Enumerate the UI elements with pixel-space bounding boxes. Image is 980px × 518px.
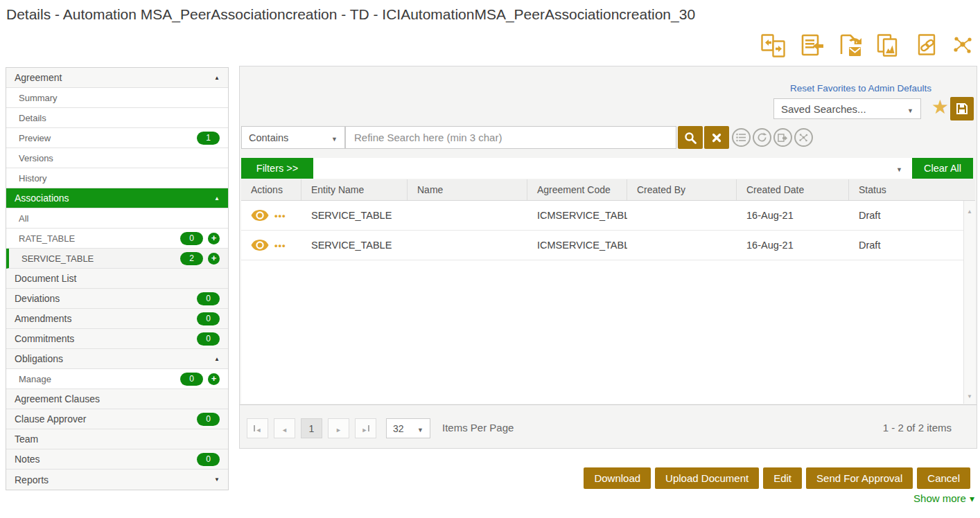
column-header-actions[interactable]: Actions (241, 179, 301, 200)
view-eye-icon[interactable] (251, 210, 269, 221)
count-badge: 1 (197, 132, 220, 145)
table-row[interactable]: SERVICE_TABLE ICMSERVICE_TABLE_... 16-Au… (241, 231, 975, 260)
page-title: Details - Automation MSA_PeerAssociation… (6, 6, 695, 23)
refine-search-input[interactable] (345, 126, 676, 149)
sidebar-item-notes[interactable]: Notes 0 (6, 449, 228, 470)
current-page-button[interactable]: 1 (301, 418, 322, 438)
more-actions-icon[interactable] (274, 240, 286, 251)
column-header-status[interactable]: Status (849, 179, 975, 200)
refresh-icon[interactable] (753, 128, 771, 147)
collapse-arrow-icon[interactable]: ▲ (214, 75, 220, 81)
sidebar-item-document-list[interactable]: Document List (6, 269, 228, 289)
search-button[interactable] (678, 126, 703, 149)
collapse-arrow-icon[interactable]: ▲ (214, 195, 220, 202)
list-view-icon[interactable] (732, 128, 751, 147)
sidebar-item-agreement[interactable]: Agreement ▲ (6, 68, 228, 88)
linked-documents-icon[interactable] (913, 33, 939, 58)
cancel-button[interactable]: Cancel (917, 467, 970, 489)
view-eye-icon[interactable] (251, 240, 269, 251)
sidebar-item-all[interactable]: All (6, 208, 228, 229)
sidebar-item-summary[interactable]: Summary (6, 88, 228, 108)
save-search-button[interactable] (950, 97, 974, 120)
add-icon[interactable] (208, 233, 220, 244)
assemble-document-icon[interactable] (798, 33, 825, 58)
pager: 1 (247, 418, 376, 438)
page-size-dropdown[interactable]: 32 (386, 418, 430, 438)
column-header-entity-name[interactable]: Entity Name (301, 179, 408, 200)
column-header-created-date[interactable]: Created Date (737, 179, 849, 200)
sidebar-item-deviations[interactable]: Deviations 0 (6, 289, 228, 309)
sidebar-item-agreement-clauses[interactable]: Agreement Clauses (6, 389, 228, 409)
sidebar-item-service-table[interactable]: SERVICE_TABLE 2 (6, 249, 228, 269)
first-page-button[interactable] (247, 418, 268, 438)
sidebar-item-details[interactable]: Details (6, 108, 228, 128)
sidebar-item-amendments[interactable]: Amendments 0 (6, 309, 228, 329)
send-document-email-icon[interactable] (837, 33, 863, 58)
compare-documents-icon[interactable] (760, 33, 787, 58)
filter-bar (313, 158, 913, 179)
sidebar-item-preview[interactable]: Preview 1 (6, 128, 228, 148)
count-badge: 0 (197, 453, 220, 466)
sidebar-item-reports[interactable]: Reports ▼ (6, 470, 228, 490)
magnifier-icon (684, 132, 697, 144)
more-actions-icon[interactable] (274, 211, 286, 221)
next-page-button[interactable] (328, 418, 349, 438)
cell-status: Draft (849, 240, 975, 251)
prev-page-button[interactable] (274, 418, 295, 438)
network-view-icon[interactable] (794, 128, 813, 147)
associations-table: Actions Entity Name Name Agreement Code … (241, 179, 975, 404)
cell-agreement-code: ICMSERVICE_TABLE_... (527, 210, 627, 221)
sidebar-item-history[interactable]: History (6, 168, 228, 188)
pagination-bar: 1 32 Items Per Page 1 - 2 of 2 items (240, 404, 977, 448)
cell-created-date: 16-Aug-21 (737, 240, 849, 251)
items-per-page-label: Items Per Page (442, 422, 514, 434)
scroll-up-icon[interactable] (967, 204, 972, 216)
associations-network-icon[interactable] (951, 35, 974, 56)
count-badge: 0 (197, 332, 220, 346)
table-row[interactable]: SERVICE_TABLE ICMSERVICE_TABLE_... 16-Au… (241, 201, 975, 231)
sidebar-item-manage[interactable]: Manage 0 (6, 369, 228, 389)
last-page-button[interactable] (355, 418, 376, 438)
send-for-approval-button[interactable]: Send For Approval (806, 467, 913, 489)
search-operator-dropdown[interactable]: Contains (241, 126, 345, 149)
filter-dropdown-icon[interactable] (896, 162, 902, 175)
sidebar-item-obligations[interactable]: Obligations ▲ (6, 349, 228, 369)
clear-all-button[interactable]: Clear All (912, 158, 973, 179)
filters-button[interactable]: Filters >> (241, 158, 313, 179)
sidebar-item-commitments[interactable]: Commitments 0 (6, 329, 228, 349)
scroll-down-icon[interactable] (967, 388, 972, 401)
sidebar-item-associations[interactable]: Associations ▲ (6, 188, 228, 208)
reset-favorites-link[interactable]: Reset Favorites to Admin Defaults (790, 83, 931, 93)
footer-actions: Download Upload Document Edit Send For A… (584, 467, 970, 489)
show-more-link[interactable]: Show more (913, 492, 974, 504)
chevron-down-icon (417, 423, 423, 434)
add-icon[interactable] (208, 373, 220, 385)
document-preview-icon[interactable] (875, 33, 901, 58)
column-header-name[interactable]: Name (408, 179, 527, 200)
sidebar-item-clause-approver[interactable]: Clause Approver 0 (6, 409, 228, 429)
upload-document-button[interactable]: Upload Document (655, 467, 759, 489)
table-header: Actions Entity Name Name Agreement Code … (241, 179, 975, 201)
cell-created-date: 16-Aug-21 (737, 210, 849, 221)
edit-button[interactable]: Edit (763, 467, 802, 489)
collapse-arrow-icon[interactable]: ▲ (214, 356, 220, 362)
sidebar-item-team[interactable]: Team (6, 429, 228, 449)
clear-search-button[interactable] (704, 126, 729, 149)
download-button[interactable]: Download (584, 467, 651, 489)
export-document-icon[interactable] (773, 128, 792, 147)
sidebar-item-versions[interactable]: Versions (6, 148, 228, 168)
collapse-arrow-icon[interactable]: ▼ (214, 476, 220, 483)
column-header-agreement-code[interactable]: Agreement Code (527, 179, 627, 200)
sidebar-item-rate-table[interactable]: RATE_TABLE 0 (6, 229, 228, 249)
view-toolbar (732, 128, 813, 147)
favorite-star-icon[interactable] (931, 96, 949, 119)
add-icon[interactable] (208, 253, 220, 265)
count-badge: 0 (180, 232, 203, 245)
column-header-created-by[interactable]: Created By (627, 179, 737, 200)
cell-actions (241, 240, 301, 251)
vertical-scrollbar[interactable] (963, 201, 975, 404)
saved-searches-dropdown[interactable]: Saved Searches... (773, 98, 921, 119)
cell-actions (241, 210, 301, 221)
saved-searches-value: Saved Searches... (781, 103, 866, 115)
items-summary: 1 - 2 of 2 items (883, 422, 952, 434)
